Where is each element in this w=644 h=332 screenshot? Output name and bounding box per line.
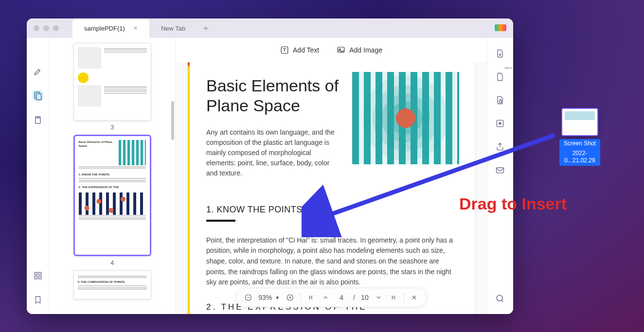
svg-rect-3 [35, 272, 37, 275]
svg-rect-12 [499, 101, 501, 103]
svg-rect-4 [38, 272, 41, 275]
zoom-in-button[interactable] [286, 293, 294, 302]
hero-image [352, 72, 459, 164]
app-window: samplePDF(1) × New Tab ＋ [27, 18, 513, 314]
tab-label: New Tab [161, 25, 185, 32]
file-name-line1: Screen Shot [559, 139, 600, 149]
svg-rect-14 [496, 168, 503, 173]
page-content: Basic Elements of Plane Space Any art co… [188, 62, 475, 314]
intro-paragraph: Any art contains its own language, and t… [206, 127, 342, 178]
page-thumb-4-selected[interactable]: Basic Elements of Plane Space 1. KNOW TH… [73, 135, 151, 266]
clipboard-icon[interactable] [33, 115, 43, 125]
window-body: 3 Basic Elements of Plane Space 1. KNOW … [27, 38, 513, 314]
play-doc-icon[interactable] [495, 119, 506, 129]
annotation-text: Drag to Insert [459, 194, 567, 213]
bookmark-icon[interactable] [33, 295, 43, 305]
body-paragraph: Point, the interpretation of "Ci Hai" is… [206, 235, 458, 288]
next-page-button[interactable] [375, 293, 383, 302]
grid-view-icon[interactable] [33, 270, 43, 281]
new-tab-button[interactable]: ＋ [197, 23, 215, 34]
tab-inactive[interactable]: New Tab [149, 18, 197, 38]
lock-doc-icon[interactable] [495, 95, 506, 106]
svg-rect-1 [36, 94, 41, 100]
edit-toolbar: Add Text Add Image [176, 38, 487, 62]
thumbnail-panel[interactable]: 3 Basic Elements of Plane Space 1. KNOW … [49, 38, 176, 314]
highlighter-icon[interactable] [33, 66, 43, 77]
tab-label: samplePDF(1) [84, 25, 125, 32]
heading-rule [206, 220, 235, 222]
svg-rect-6 [38, 277, 41, 279]
close-tab-icon[interactable]: × [134, 24, 138, 32]
view-control-bar: 93% ▼ 4 / 10 [235, 288, 427, 307]
document-viewport[interactable]: Basic Elements of Plane Space Any art co… [176, 62, 487, 314]
left-sidebar [27, 38, 49, 314]
image-icon [337, 46, 345, 54]
page-separator: / [353, 294, 355, 301]
current-page-input[interactable]: 4 [336, 294, 347, 301]
add-image-label: Add Image [349, 46, 382, 54]
tab-active[interactable]: samplePDF(1) × [72, 18, 149, 38]
tab-strip: samplePDF(1) × New Tab ＋ [72, 18, 215, 38]
app-logo-icon [495, 24, 506, 31]
text-icon [280, 46, 289, 54]
total-pages: 10 [361, 294, 369, 301]
search-icon[interactable] [495, 294, 506, 304]
desktop-file[interactable]: Screen Shot 2022-0...21.02.29 [559, 108, 600, 166]
file-name-line2: 2022-0...21.02.29 [559, 149, 600, 166]
svg-point-15 [497, 295, 502, 301]
zoom-value: 93% [258, 294, 272, 301]
maximize-window-icon[interactable] [53, 25, 59, 31]
svg-rect-5 [35, 277, 37, 279]
export-doc-icon[interactable] [495, 49, 506, 59]
scrollbar-thumb[interactable] [171, 101, 174, 140]
add-text-label: Add Text [293, 46, 319, 54]
chevron-down-icon: ▼ [275, 295, 280, 300]
first-page-button[interactable] [306, 293, 315, 302]
window-controls[interactable] [34, 25, 59, 31]
page-title: Basic Elements of Plane Space [206, 76, 352, 116]
zoom-dropdown[interactable]: 93% ▼ [258, 294, 280, 301]
thumb-page-number: 3 [73, 123, 151, 131]
close-bar-button[interactable] [410, 293, 419, 302]
section-heading-1: 1. KNOW THE POINTS [206, 205, 458, 215]
page-thumb-5[interactable]: 3. THE COMPOSITION OF POINTS [73, 270, 151, 299]
main-canvas: Add Text Add Image Basic Elements of Pla… [176, 38, 487, 314]
page-thumb-3[interactable]: 3 [73, 43, 151, 131]
pdfa-icon[interactable]: PDF/A [495, 72, 506, 83]
prev-page-button[interactable] [321, 293, 330, 302]
close-window-icon[interactable] [34, 25, 39, 31]
thumbnails-icon[interactable] [33, 90, 43, 101]
share-icon[interactable] [495, 142, 506, 153]
file-thumbnail [561, 108, 598, 136]
minimize-window-icon[interactable] [43, 25, 49, 31]
last-page-button[interactable] [389, 293, 398, 302]
right-sidebar: PDF/A [487, 38, 513, 314]
zoom-out-button[interactable] [244, 293, 252, 302]
titlebar: samplePDF(1) × New Tab ＋ [27, 18, 513, 38]
thumb-page-number: 4 [73, 259, 151, 266]
mail-icon[interactable] [495, 165, 506, 176]
add-image-button[interactable]: Add Image [337, 46, 382, 54]
add-text-button[interactable]: Add Text [280, 46, 319, 54]
